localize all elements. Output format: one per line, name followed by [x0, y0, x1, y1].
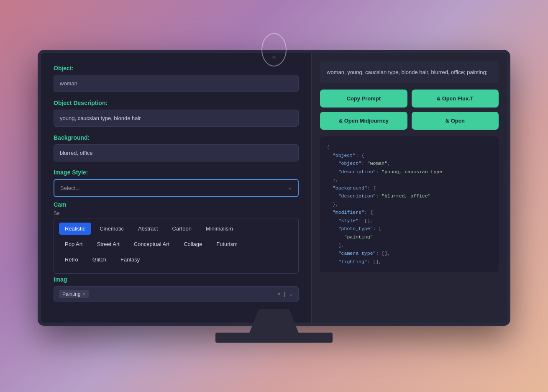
image-style-select-wrapper: Select... ⌄ [54, 179, 299, 197]
dropdown-item-fantasy[interactable]: Fantasy [115, 254, 146, 266]
dropdown-row-2: Pop Art Street Art Conceptual Art Collag… [59, 238, 293, 250]
json-line-2: "object": { [327, 151, 492, 160]
image-style-select[interactable]: Select... ⌄ [54, 179, 299, 197]
image-type-label: Imag [54, 276, 67, 283]
dropdown-item-glitch[interactable]: Glitch [87, 254, 112, 266]
json-line-7: "description": "blurred, office" [327, 192, 492, 200]
dropdown-item-realistic[interactable]: Realistic [59, 223, 91, 235]
dropdown-item-futurism[interactable]: Futurism [210, 238, 243, 250]
camera-select[interactable]: Se [54, 210, 66, 216]
tag-divider: | [284, 291, 285, 297]
json-line-15: "lighting": [], [327, 258, 492, 266]
open-button[interactable]: & Open [412, 112, 499, 130]
dropdown-item-streetart[interactable]: Street Art [91, 238, 125, 250]
image-style-label: Image Style: [54, 169, 299, 176]
tag-label: Painting [62, 291, 80, 297]
monitor-base [215, 333, 333, 343]
object-input[interactable]: woman [54, 75, 299, 92]
monitor-wrapper: Object: woman Object Description: young,… [38, 50, 510, 343]
open-midjourney-button[interactable]: & Open Midjourney [320, 112, 407, 130]
background-input[interactable]: blurred, office [54, 144, 299, 161]
tag-controls: × | ⌄ [277, 291, 293, 297]
monitor-screen: Object: woman Object Description: young,… [41, 53, 507, 323]
background-label: Background: [54, 134, 299, 141]
deco-oval [261, 33, 287, 67]
dropdown-item-conceptualart[interactable]: Conceptual Art [128, 238, 175, 250]
json-line-10: "style": [], [327, 217, 492, 225]
select-arrow-icon: ⌄ [288, 185, 292, 191]
dropdown-item-minimalism[interactable]: Minimalism [200, 223, 239, 235]
dropdown-menu: Realistic Cinematic Abstract Cartoon Min… [54, 218, 299, 274]
description-input[interactable]: young, caucsian type, blonde hair [54, 110, 299, 127]
dropdown-item-cartoon[interactable]: Cartoon [166, 223, 197, 235]
copy-prompt-button[interactable]: Copy Prompt [320, 90, 407, 108]
dropdown-row-1: Realistic Cinematic Abstract Cartoon Min… [59, 223, 293, 235]
tag-clear-icon[interactable]: × [277, 291, 281, 297]
json-line-3: "object": "woman", [327, 159, 492, 168]
dropdown-item-cinematic[interactable]: Cinematic [94, 223, 130, 235]
tag-dropdown-icon[interactable]: ⌄ [289, 291, 293, 297]
left-panel: Object: woman Object Description: young,… [41, 53, 311, 323]
json-preview: { "object": { "object": "woman", "descri… [320, 136, 499, 272]
painting-tag: Painting × [59, 290, 89, 298]
dropdown-row-3: Retro Glitch Fantasy [59, 254, 293, 266]
json-line-6: "background": { [327, 184, 492, 192]
description-label: Object Description: [54, 100, 299, 106]
action-buttons: Copy Prompt & Open Flux.T & Open Midjour… [320, 90, 499, 130]
json-line-5: }, [327, 176, 492, 184]
object-label: Object: [54, 65, 299, 72]
json-line-13: ], [327, 241, 492, 250]
prompt-text: woman, young, caucsian type, blonde hair… [327, 69, 487, 75]
camera-label: Cam [54, 201, 66, 208]
prompt-preview: woman, young, caucsian type, blonde hair… [320, 61, 499, 83]
tag-close-button[interactable]: × [82, 292, 85, 297]
json-line-8: }, [327, 200, 492, 209]
dropdown-item-collage[interactable]: Collage [178, 238, 208, 250]
monitor-frame: Object: woman Object Description: young,… [38, 50, 510, 326]
json-line-11: "photo_type": [ [327, 225, 492, 233]
open-flux-button[interactable]: & Open Flux.T [412, 90, 499, 108]
json-line-12: "painting" [327, 233, 492, 241]
tag-container: Painting × × | ⌄ [54, 286, 299, 302]
dropdown-item-retro[interactable]: Retro [59, 254, 84, 266]
json-line-9: "modifiers": { [327, 208, 492, 217]
json-line-1: { [327, 143, 492, 151]
json-line-4: "description": "young, caucsian type [327, 168, 492, 176]
dropdown-item-popart[interactable]: Pop Art [59, 238, 89, 250]
dropdown-item-abstract[interactable]: Abstract [132, 223, 164, 235]
json-line-14: "camera_type": [], [327, 249, 492, 258]
select-placeholder: Select... [60, 185, 80, 191]
right-panel: woman, young, caucsian type, blonde hair… [311, 53, 507, 323]
